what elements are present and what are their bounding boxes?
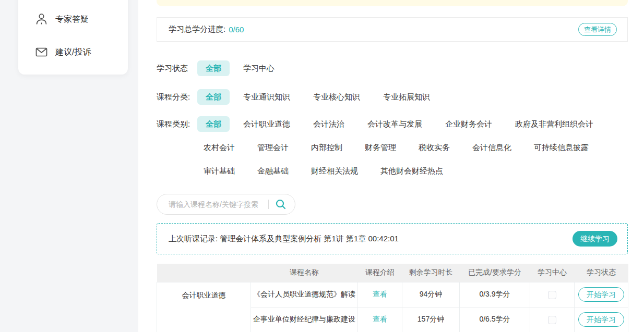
search-icon[interactable]	[275, 199, 287, 210]
filter-pill-all[interactable]: 全部	[197, 116, 230, 132]
filter-option[interactable]: 内部控制	[311, 140, 342, 155]
filter-row-learning-status: 学习状态 全部 学习中心	[157, 60, 628, 76]
filter-option[interactable]: 会计职业道德	[243, 116, 290, 132]
search-divider	[268, 200, 269, 209]
table-row: 会计职业道德 《会计人员职业道德规范》解读 查看 94分钟 0/3.9学分 开始…	[157, 282, 628, 307]
search-box	[157, 194, 295, 215]
filter-label: 课程分类:	[157, 89, 197, 105]
course-table: 课程名称 课程介绍 剩余学习时长 已完成/要求学分 学习中心 学习状态 会计职业…	[157, 264, 628, 332]
course-name-cell: 企事业单位财经纪律与廉政建设	[251, 307, 358, 332]
table-header-row: 课程名称 课程介绍 剩余学习时长 已完成/要求学分 学习中心 学习状态	[157, 264, 628, 282]
view-link[interactable]: 查看	[373, 290, 387, 298]
filter-option[interactable]: 政府及非营利组织会计	[515, 116, 593, 132]
filter-option[interactable]: 专业拓展知识	[383, 89, 430, 105]
filter-label: 课程类别:	[157, 116, 197, 132]
filter-option[interactable]: 管理会计	[257, 140, 289, 155]
filter-option[interactable]: 财经相关法规	[311, 163, 358, 179]
table-header-cell: 学习中心	[530, 264, 575, 282]
category-cell: 会计职业道德	[157, 282, 251, 332]
filter-row-course-category: 课程类别: 全部 会计职业道德 会计法治 会计改革与发展 企业财务会计 政府及非…	[157, 116, 628, 179]
filter-pill-all[interactable]: 全部	[197, 89, 230, 105]
main-panel: 学习总学分进度: 0/60 查看详情 学习状态 全部 学习中心 课程分类: 全部…	[138, 0, 644, 332]
filter-option[interactable]: 会计法治	[313, 116, 344, 132]
last-record-bar: 上次听课记录: 管理会计体系及典型案例分析 第1讲 第1章 00:42:01 继…	[157, 223, 628, 254]
filter-option[interactable]: 税收实务	[419, 140, 450, 155]
table-header-cell	[157, 264, 251, 282]
filter-option[interactable]: 企业财务会计	[445, 116, 492, 132]
continue-learning-button[interactable]: 继续学习	[573, 231, 617, 247]
remaining-time-cell: 94分钟	[402, 282, 460, 307]
filter-option[interactable]: 可持续信息披露	[534, 140, 589, 155]
sidebar-item-suggestions[interactable]: 建议/投诉	[35, 46, 91, 58]
filter-pill-all[interactable]: 全部	[197, 60, 230, 76]
filter-option[interactable]: 审计基础	[204, 163, 235, 179]
remaining-time-cell: 157分钟	[402, 307, 460, 332]
filter-option[interactable]: 其他财会财经热点	[380, 163, 443, 179]
mail-icon	[35, 47, 47, 57]
filter-option[interactable]: 专业核心知识	[313, 89, 360, 105]
user-icon	[35, 13, 47, 26]
filter-option[interactable]: 财务管理	[365, 140, 396, 155]
course-name-cell: 《会计人员职业道德规范》解读	[251, 282, 358, 307]
sidebar-item-label: 建议/投诉	[55, 47, 91, 58]
table-header-cell: 学习状态	[575, 264, 628, 282]
start-learning-button[interactable]: 开始学习	[578, 287, 624, 302]
filter-row-course-classification: 课程分类: 全部 专业通识知识 专业核心知识 专业拓展知识	[157, 89, 628, 105]
search-row	[157, 194, 628, 215]
sidebar-item-expert-qa[interactable]: 专家答疑	[35, 13, 89, 26]
view-link[interactable]: 查看	[373, 315, 387, 323]
table-header-cell: 课程名称	[251, 264, 358, 282]
table-header-cell: 已完成/要求学分	[460, 264, 530, 282]
credits-cell: 0/6.5学分	[460, 307, 530, 332]
table-header-cell: 课程介绍	[358, 264, 402, 282]
credit-progress-value: 0/60	[229, 25, 244, 34]
filter-option[interactable]: 专业通识知识	[243, 89, 290, 105]
credits-cell: 0/3.9学分	[460, 282, 530, 307]
credit-progress-label: 学习总学分进度:	[169, 24, 225, 34]
sidebar-card: 专家答疑 建议/投诉	[18, 0, 128, 75]
filter-label: 学习状态	[157, 60, 197, 76]
learning-center-checkbox[interactable]	[548, 316, 556, 324]
sidebar-item-label: 专家答疑	[55, 14, 89, 25]
start-learning-button[interactable]: 开始学习	[578, 312, 624, 327]
learning-center-checkbox[interactable]	[548, 291, 556, 299]
credit-progress-card: 学习总学分进度: 0/60 查看详情	[157, 17, 628, 42]
last-record-text: 上次听课记录: 管理会计体系及典型案例分析 第1讲 第1章 00:42:01	[169, 234, 399, 244]
filter-option[interactable]: 金融基础	[257, 163, 289, 179]
filter-option[interactable]: 学习中心	[243, 60, 275, 76]
table-header-cell: 剩余学习时长	[402, 264, 460, 282]
filter-option[interactable]: 会计改革与发展	[367, 116, 422, 132]
notice-banner	[157, 0, 628, 6]
filter-option[interactable]: 农村会计	[204, 140, 235, 155]
view-details-button[interactable]: 查看详情	[578, 23, 617, 36]
filter-option[interactable]: 会计信息化	[472, 140, 511, 155]
course-search-input[interactable]	[169, 200, 268, 208]
